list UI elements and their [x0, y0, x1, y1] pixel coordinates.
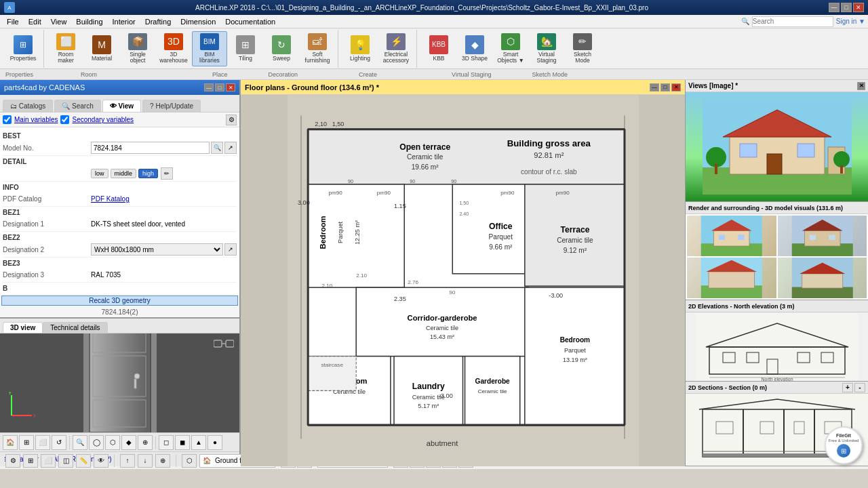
signin-link[interactable]: Sign in ▼ — [836, 18, 865, 25]
sweep-btn[interactable]: ↻ Sweep — [264, 31, 299, 66]
maximize-btn[interactable]: □ — [841, 3, 852, 12]
soft-furnishing-btn[interactable]: 🛋 Soft furnishing — [300, 31, 335, 66]
secondary-variables-check[interactable] — [60, 115, 69, 124]
floor-min-btn[interactable]: — — [650, 83, 659, 92]
tb-obj3-btn[interactable]: ◆ — [121, 435, 136, 450]
parts-max-btn[interactable]: □ — [215, 83, 224, 92]
tab-catalogs[interactable]: 🗂 Catalogs — [3, 100, 53, 112]
tb-grid-btn[interactable]: ⊞ — [19, 435, 34, 450]
tiling-btn[interactable]: ⊞ Tiling — [228, 31, 263, 66]
status-tool1-btn[interactable]: ⊕ — [155, 454, 170, 468]
status-point-btn[interactable]: ⬡ — [182, 454, 197, 468]
status-snap-btn[interactable]: ⬜ — [41, 454, 56, 468]
tb-obj4-btn[interactable]: ⊕ — [138, 435, 153, 450]
status-view-btn[interactable]: 👁 — [94, 454, 108, 468]
tb-sep1 — [69, 436, 70, 449]
detail-high-btn[interactable]: high — [138, 169, 158, 178]
tb-obj2-btn[interactable]: ⬡ — [105, 435, 120, 450]
designation2-select[interactable]: WxH 800x1800 mm — [91, 243, 223, 256]
render-thumb-2[interactable] — [778, 216, 867, 256]
bim-libraries-btn[interactable]: BIM BIM libraries — [192, 31, 227, 66]
detail-middle-btn[interactable]: middle — [111, 169, 137, 178]
parts-min-btn[interactable]: — — [204, 83, 214, 92]
status-layers-btn[interactable]: ◫ — [58, 454, 73, 468]
material-btn[interactable]: M Material — [84, 31, 119, 66]
tb-zoom-btn[interactable]: 🔍 — [73, 435, 87, 450]
menu-documentation[interactable]: Documentation — [221, 16, 279, 27]
model-no-search-btn[interactable]: 🔍 — [211, 142, 223, 154]
main-variables-link[interactable]: Main variables — [14, 116, 58, 123]
svg-rect-3 — [134, 379, 136, 388]
smart-objects-btn[interactable]: ⬡ Smart Objects ▼ — [493, 31, 528, 66]
floor-close-btn[interactable]: ✕ — [671, 83, 681, 92]
detail-low-btn[interactable]: low — [91, 169, 108, 178]
svg-text:-3.00: -3.00 — [549, 292, 563, 299]
tb-rotate-btn[interactable]: ↺ — [52, 435, 66, 450]
recalc-btn[interactable]: Recalc 3D geometry — [1, 296, 238, 306]
menu-drafting[interactable]: Drafting — [141, 16, 176, 27]
filegit-badge[interactable]: FileGit Free & Unlimited ⊞ — [825, 426, 863, 464]
status-dim-btn[interactable]: 📏 — [76, 454, 91, 468]
room-maker-btn[interactable]: ⬜ Room maker — [48, 31, 83, 66]
main-variables-check[interactable] — [3, 115, 12, 124]
parts-close-btn[interactable]: ✕ — [226, 83, 235, 92]
kbb-btn[interactable]: KBB KBB — [421, 31, 456, 66]
lighting-btn[interactable]: 💡 Lighting — [342, 31, 378, 66]
render-thumb-3[interactable] — [687, 258, 776, 298]
status-arrow-down-btn[interactable]: ↓ — [138, 454, 153, 468]
svg-text:Ceramic tile: Ceramic tile — [557, 237, 593, 244]
tb-obj1-btn[interactable]: ◯ — [89, 435, 104, 450]
tb-obj7-btn[interactable]: ▲ — [191, 435, 206, 450]
status-arrow-up-btn[interactable]: ↑ — [120, 454, 135, 468]
svg-rect-87 — [797, 144, 814, 157]
minimize-btn[interactable]: — — [829, 3, 840, 12]
tab-help[interactable]: ? Help/Update — [142, 100, 201, 112]
designation2-action-btn[interactable]: ↗ — [224, 243, 237, 256]
tb-obj8-btn[interactable]: ● — [208, 435, 222, 450]
status-grid-btn[interactable]: ⊞ — [23, 454, 38, 468]
detail-edit-btn[interactable]: ✏ — [161, 167, 173, 180]
tab-3d-view[interactable]: 3D view — [3, 322, 43, 333]
menu-interior[interactable]: Interior — [108, 16, 140, 27]
render-thumb-1-svg — [687, 216, 776, 256]
glasses-svg — [214, 339, 234, 348]
secondary-variables-link[interactable]: Secondary variables — [72, 116, 134, 123]
settings-btn[interactable]: ⚙ — [226, 115, 237, 125]
render-thumb-1[interactable] — [687, 216, 776, 256]
tab-view[interactable]: 👁 View — [102, 100, 141, 112]
properties-btn[interactable]: ⊞ Properties — [5, 31, 41, 66]
svg-text:Building gross area: Building gross area — [507, 138, 591, 148]
status-settings-btn[interactable]: ⚙ — [5, 454, 20, 468]
3d-shape-btn[interactable]: ◆ 3D Shape — [457, 31, 492, 66]
views-close-btn[interactable]: ✕ — [857, 82, 865, 90]
menu-edit[interactable]: Edit — [24, 16, 45, 27]
tb-obj6-btn[interactable]: ◼ — [175, 435, 190, 450]
floor-max-btn[interactable]: □ — [660, 83, 670, 92]
tab-technical-details[interactable]: Technical details — [43, 322, 107, 333]
model-no-action-btn[interactable]: ↗ — [224, 142, 237, 154]
close-btn[interactable]: ✕ — [853, 3, 864, 12]
tb-home-btn[interactable]: 🏠 — [3, 435, 18, 450]
zoom-out-btn[interactable]: - — [854, 383, 865, 392]
3d-warehouse-btn[interactable]: 3D 3D warehouse — [156, 31, 191, 66]
menu-view[interactable]: View — [47, 16, 71, 27]
menu-file[interactable]: File — [3, 16, 23, 27]
virtual-staging-btn[interactable]: 🏡 Virtual Staging — [529, 31, 564, 66]
menu-building[interactable]: Building — [72, 16, 106, 27]
render-title: Render and surrounding - 3D model visual… — [688, 205, 843, 211]
electrical-btn[interactable]: ⚡ Electrical accessory — [378, 31, 414, 66]
model-no-input[interactable] — [91, 142, 210, 154]
menu-dimension[interactable]: Dimension — [176, 16, 220, 27]
parts-win-controls: — □ ✕ — [204, 83, 235, 92]
tb-obj5-btn[interactable]: ◻ — [159, 435, 174, 450]
tab-search[interactable]: 🔍 Search — [54, 100, 100, 112]
tb-frame-btn[interactable]: ⬜ — [35, 435, 50, 450]
sketch-mode-btn[interactable]: ✏ Sketch Mode — [565, 31, 600, 66]
render-thumb-4[interactable] — [778, 258, 867, 298]
floor-plan-canvas[interactable]: Open terrace Ceramic tile 19.66 m² Build… — [241, 95, 685, 466]
single-object-btn[interactable]: 📦 Single object — [120, 31, 155, 66]
3d-glasses-icon[interactable] — [214, 339, 234, 350]
search-input[interactable] — [752, 16, 833, 27]
pdf-katalog-link[interactable]: PDF Katalog — [91, 195, 130, 203]
zoom-in-btn[interactable]: + — [842, 383, 853, 392]
